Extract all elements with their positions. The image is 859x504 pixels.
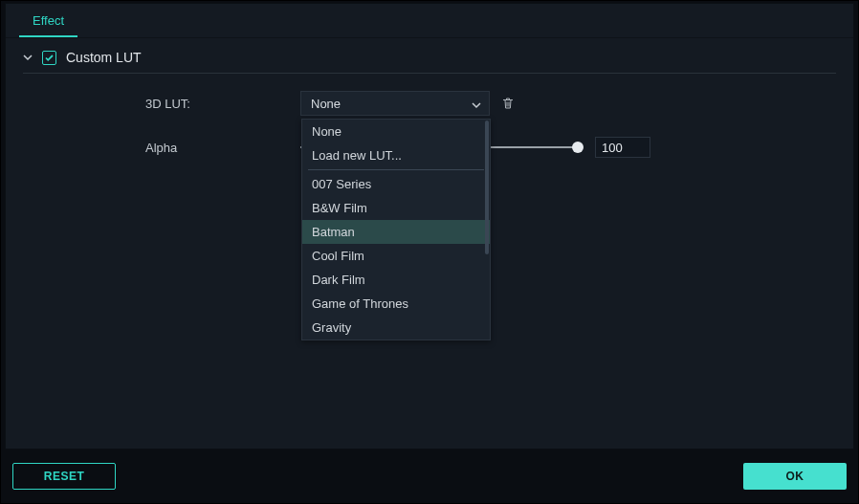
label-alpha: Alpha [23,141,300,155]
dropdown-item[interactable]: Batman [302,220,490,244]
section-header[interactable]: Custom LUT [6,38,853,73]
label-3d-lut: 3D LUT: [23,97,300,111]
lut-select[interactable]: None [300,91,490,116]
chevron-down-icon [23,53,33,62]
dropdown-item[interactable]: Game of Thrones [302,292,490,316]
dropdown-item[interactable]: B&W Film [302,196,490,220]
form-area: 3D LUT: None Alpha [6,74,853,158]
slider-thumb[interactable] [572,142,584,153]
dropdown-item[interactable]: 007 Series [302,172,490,196]
dropdown-item[interactable]: Gravity [302,316,490,340]
divider [308,169,484,170]
dropdown-item[interactable]: Dark Film [302,268,490,292]
lut-dropdown: NoneLoad new LUT... 007 SeriesB&W FilmBa… [301,119,491,340]
row-3d-lut: 3D LUT: None [23,91,836,116]
dropdown-item[interactable]: Cool Film [302,244,490,268]
scrollbar-thumb[interactable] [485,121,489,254]
chevron-down-icon [472,99,481,108]
tab-bar: Effect [6,4,853,38]
tab-effect[interactable]: Effect [19,10,77,37]
reset-button[interactable]: RESET [12,463,116,490]
footer: RESET OK [5,455,854,497]
delete-lut-button[interactable] [499,95,517,112]
dropdown-item[interactable]: None [302,120,490,143]
alpha-input[interactable] [595,137,650,158]
custom-lut-checkbox[interactable] [42,51,56,65]
effect-panel: Effect Custom LUT 3D LUT: None [5,3,854,449]
lut-select-value: None [311,97,341,111]
dropdown-item[interactable]: Load new LUT... [302,143,490,167]
ok-button[interactable]: OK [743,463,847,490]
section-title: Custom LUT [66,50,142,65]
trash-icon [501,97,515,110]
